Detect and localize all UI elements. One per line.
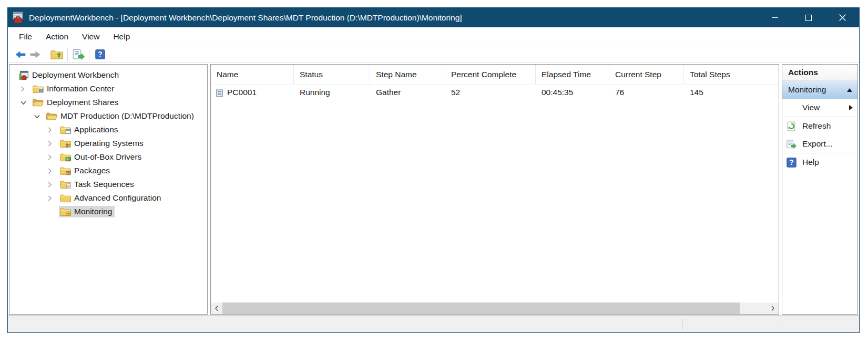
column-header-step-name[interactable]: Step Name <box>370 65 445 84</box>
toolbar-separator <box>67 48 68 61</box>
actions-group-label: Monitoring <box>788 85 826 95</box>
open-folder-icon <box>33 98 44 107</box>
up-one-level-button[interactable] <box>49 48 64 61</box>
chevron-right-icon[interactable] <box>47 127 59 133</box>
column-header-elapsed-time[interactable]: Elapsed Time <box>536 65 609 84</box>
action-view[interactable]: View <box>782 99 857 117</box>
tree-item-label: MDT Production (D:\MDTProduction) <box>60 111 194 121</box>
submenu-arrow-icon <box>849 105 853 110</box>
chevron-right-icon[interactable] <box>47 140 59 147</box>
packages-folder-icon <box>60 166 71 175</box>
screenshot-root: DeploymentWorkbench - [Deployment Workbe… <box>0 0 868 344</box>
scrollbar-thumb[interactable] <box>222 303 740 314</box>
chevron-up-icon[interactable] <box>847 88 852 92</box>
title-bar[interactable]: DeploymentWorkbench - [Deployment Workbe… <box>8 8 859 27</box>
minimize-button[interactable] <box>758 8 792 27</box>
forward-button[interactable] <box>28 48 43 61</box>
status-bar-separator <box>781 318 781 330</box>
tree-item-label: Deployment Workbench <box>32 70 119 80</box>
column-header-current-step[interactable]: Current Step <box>609 65 684 84</box>
action-label: View <box>802 103 820 112</box>
scroll-left-button[interactable] <box>211 303 222 314</box>
tree-item-monitoring[interactable]: Monitoring <box>9 205 207 218</box>
monitoring-folder-icon <box>60 207 71 216</box>
menu-help[interactable]: Help <box>106 29 137 45</box>
chevron-right-icon[interactable] <box>47 181 59 188</box>
tree-item-out-of-box-drivers[interactable]: Out-of-Box Drivers <box>9 150 207 164</box>
chevron-right-icon[interactable] <box>47 154 59 161</box>
export-list-button[interactable] <box>71 48 86 61</box>
actions-pane: Actions Monitoring View Refresh E <box>782 64 858 315</box>
tree-item-deployment-workbench[interactable]: Deployment Workbench <box>9 68 207 82</box>
list-empty-space <box>211 100 779 303</box>
export-icon <box>73 49 85 60</box>
help-icon <box>95 49 105 59</box>
actions-group-monitoring[interactable]: Monitoring <box>782 81 857 99</box>
horizontal-scrollbar[interactable] <box>211 303 779 314</box>
toolbar-separator <box>46 48 46 61</box>
column-header-total-steps[interactable]: Total Steps <box>684 65 779 84</box>
cell-current-step: 76 <box>609 85 684 100</box>
chevron-right-icon[interactable] <box>47 195 59 202</box>
open-folder-icon <box>46 112 57 121</box>
close-button[interactable] <box>825 8 859 27</box>
window-controls <box>758 8 859 27</box>
back-button[interactable] <box>13 48 28 61</box>
scrollbar-track[interactable] <box>222 303 767 314</box>
information-folder-icon <box>33 85 44 93</box>
chevron-down-icon[interactable] <box>20 100 32 105</box>
scroll-left-icon <box>215 305 219 311</box>
toolbar-separator <box>89 48 89 61</box>
action-label: Export... <box>802 139 833 149</box>
operating-systems-folder-icon <box>60 139 71 148</box>
column-header-percent-complete[interactable]: Percent Complete <box>445 65 536 84</box>
action-help[interactable]: Help <box>782 153 857 171</box>
menu-view[interactable]: View <box>75 29 106 45</box>
tree-item-deployment-shares[interactable]: Deployment Shares <box>9 96 207 109</box>
forward-arrow-icon <box>29 50 41 59</box>
tree-item-task-sequences[interactable]: Task Sequences <box>9 178 207 191</box>
chevron-down-icon[interactable] <box>34 114 45 119</box>
table-row[interactable]: PC0001 Running Gather 52 00:45:35 76 145 <box>211 85 779 100</box>
back-arrow-icon <box>15 50 26 59</box>
tree-item-mdt-production[interactable]: MDT Production (D:\MDTProduction) <box>9 109 207 123</box>
cell-step-name: Gather <box>370 85 445 100</box>
column-header-name[interactable]: Name <box>211 65 294 84</box>
help-icon <box>787 158 796 168</box>
main-area: Deployment Workbench Information Center <box>8 63 859 315</box>
results-pane: Name Status Step Name Percent Complete E… <box>210 64 779 315</box>
chevron-right-icon[interactable] <box>20 86 32 92</box>
tree-item-applications[interactable]: Applications <box>9 123 207 137</box>
tree-item-information-center[interactable]: Information Center <box>9 82 207 96</box>
menu-action[interactable]: Action <box>39 29 75 45</box>
tree-item-operating-systems[interactable]: Operating Systems <box>9 137 207 150</box>
tree-item-packages[interactable]: Packages <box>9 164 207 178</box>
cell-name: PC0001 <box>227 88 257 97</box>
tree-item-advanced-configuration[interactable]: Advanced Configuration <box>9 191 207 205</box>
applications-folder-icon <box>60 126 71 134</box>
cell-status: Running <box>294 85 370 100</box>
scroll-right-button[interactable] <box>767 303 779 314</box>
cell-elapsed-time: 00:45:35 <box>536 85 609 100</box>
workbench-icon <box>19 70 29 80</box>
menu-bar: File Action View Help <box>8 27 859 46</box>
tree-item-label: Task Sequences <box>74 180 134 189</box>
tree-item-label: Operating Systems <box>74 139 144 148</box>
toolbar <box>8 46 859 63</box>
menu-file[interactable]: File <box>12 29 39 45</box>
status-bar-separator <box>682 318 683 330</box>
help-button[interactable] <box>93 48 107 61</box>
action-export[interactable]: Export... <box>782 135 857 153</box>
actions-pane-title: Actions <box>782 65 857 81</box>
tree-item-label: Monitoring <box>74 207 112 216</box>
column-header-status[interactable]: Status <box>294 65 370 84</box>
tree-item-label: Deployment Shares <box>47 98 118 107</box>
action-label: Help <box>802 158 819 167</box>
cell-percent-complete: 52 <box>445 85 536 100</box>
action-refresh[interactable]: Refresh <box>782 117 857 135</box>
tree-item-label: Applications <box>74 125 118 134</box>
maximize-button[interactable] <box>792 8 825 27</box>
list-header-row: Name Status Step Name Percent Complete E… <box>211 65 779 85</box>
window-title: DeploymentWorkbench - [Deployment Workbe… <box>29 13 462 23</box>
chevron-right-icon[interactable] <box>47 168 59 174</box>
